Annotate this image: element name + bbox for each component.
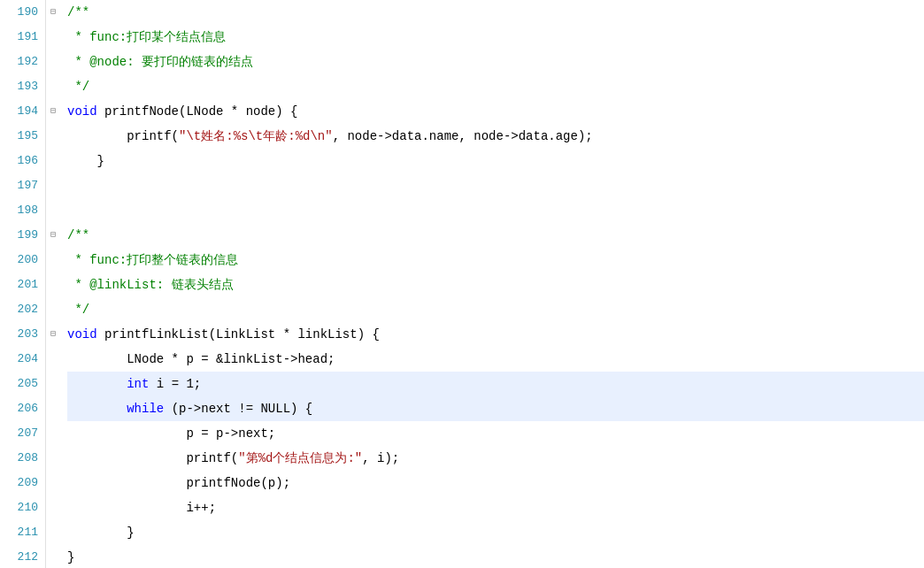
- line-number: 194: [4, 99, 38, 124]
- code-token: * func:打印整个链表的信息: [67, 253, 238, 267]
- line-number: 206: [4, 396, 38, 421]
- fold-marker: [46, 545, 60, 568]
- fold-marker[interactable]: ⊟: [46, 223, 60, 248]
- line-number: 212: [4, 545, 38, 568]
- line-number: 195: [4, 124, 38, 149]
- code-token: printfLinkList(LinkList * linkList) {: [97, 327, 380, 342]
- fold-marker[interactable]: ⊟: [46, 322, 60, 347]
- code-line: * func:打印某个结点信息: [67, 25, 924, 50]
- code-token: [67, 402, 127, 416]
- fold-marker: [46, 396, 60, 421]
- line-number-gutter: 1901911921931941951961971981992002012022…: [0, 0, 46, 568]
- fold-marker: [46, 297, 60, 322]
- code-token: printf(: [67, 129, 179, 143]
- code-token: * @node: 要打印的链表的结点: [67, 55, 253, 69]
- code-token: /**: [67, 5, 89, 19]
- fold-marker: [46, 495, 60, 520]
- code-line: * @linkList: 链表头结点: [67, 272, 924, 297]
- line-number: 196: [4, 149, 38, 173]
- line-number: 203: [4, 322, 38, 347]
- code-token: printf(: [67, 451, 238, 465]
- code-line: p = p->next;: [67, 421, 924, 446]
- fold-marker: [46, 149, 60, 173]
- code-line: int i = 1;: [67, 372, 924, 396]
- code-line: printfNode(p);: [67, 471, 924, 495]
- line-number: 191: [4, 25, 38, 50]
- code-line: while (p->next != NULL) {: [67, 396, 924, 421]
- fold-marker: [46, 446, 60, 471]
- code-token: /**: [67, 228, 89, 242]
- line-number: 192: [4, 50, 38, 74]
- code-line: printf("\t姓名:%s\t年龄:%d\n", node->data.na…: [67, 124, 924, 149]
- code-content: /** * func:打印某个结点信息 * @node: 要打印的链表的结点 *…: [60, 0, 924, 568]
- line-number: 200: [4, 248, 38, 272]
- code-token: }: [67, 526, 135, 540]
- code-token: p = p->next;: [67, 426, 275, 441]
- code-token: , node->data.name, node->data.age);: [333, 129, 593, 143]
- code-token: , i);: [362, 451, 399, 465]
- code-editor: 1901911921931941951961971981992002012022…: [0, 0, 924, 568]
- fold-marker[interactable]: ⊟: [46, 99, 60, 124]
- code-token: */: [67, 80, 89, 94]
- fold-marker: [46, 471, 60, 495]
- code-token: LNode * p = &linkList->head;: [67, 352, 335, 366]
- line-number: 204: [4, 347, 38, 372]
- code-token: printfNode(LNode * node) {: [97, 104, 298, 119]
- code-token: i++;: [67, 501, 216, 515]
- code-token: int: [127, 377, 149, 391]
- code-line: void printfNode(LNode * node) {: [67, 99, 924, 124]
- fold-marker: [46, 248, 60, 272]
- fold-marker: [46, 372, 60, 396]
- fold-marker: [46, 520, 60, 545]
- fold-gutter: ⊟⊟⊟⊟: [46, 0, 60, 568]
- fold-marker: [46, 272, 60, 297]
- code-token: }: [67, 154, 104, 168]
- code-line: printf("第%d个结点信息为:", i);: [67, 446, 924, 471]
- code-line: }: [67, 545, 924, 568]
- code-line: i++;: [67, 495, 924, 520]
- line-number: 198: [4, 198, 38, 223]
- line-number: 201: [4, 272, 38, 297]
- fold-marker: [46, 74, 60, 99]
- fold-marker[interactable]: ⊟: [46, 0, 60, 25]
- fold-marker: [46, 421, 60, 446]
- fold-marker: [46, 347, 60, 372]
- line-number: 205: [4, 372, 38, 396]
- code-token: * func:打印某个结点信息: [67, 30, 226, 44]
- code-line: }: [67, 149, 924, 173]
- code-token: "第%d个结点信息为:": [238, 451, 362, 465]
- fold-marker: [46, 124, 60, 149]
- fold-marker: [46, 25, 60, 50]
- code-token: * @linkList: 链表头结点: [67, 278, 234, 292]
- line-number: 209: [4, 471, 38, 495]
- line-number: 210: [4, 495, 38, 520]
- code-token: */: [67, 303, 89, 317]
- code-token: printfNode(p);: [67, 476, 290, 490]
- code-token: "\t姓名:%s\t年龄:%d\n": [179, 129, 333, 143]
- code-token: (p->next != NULL) {: [164, 402, 312, 416]
- fold-marker: [46, 173, 60, 198]
- code-line: */: [67, 297, 924, 322]
- line-number: 193: [4, 74, 38, 99]
- code-line: void printfLinkList(LinkList * linkList)…: [67, 322, 924, 347]
- fold-marker: [46, 50, 60, 74]
- line-number: 202: [4, 297, 38, 322]
- line-number: 197: [4, 173, 38, 198]
- code-line: /**: [67, 223, 924, 248]
- code-line: /**: [67, 0, 924, 25]
- code-token: i = 1;: [149, 377, 201, 391]
- line-number: 207: [4, 421, 38, 446]
- code-token: [67, 377, 127, 391]
- code-line: LNode * p = &linkList->head;: [67, 347, 924, 372]
- line-number: 208: [4, 446, 38, 471]
- fold-marker: [46, 198, 60, 223]
- code-token: void: [67, 104, 97, 119]
- code-line: */: [67, 74, 924, 99]
- line-number: 190: [4, 0, 38, 25]
- line-number: 199: [4, 223, 38, 248]
- code-line: [67, 198, 924, 223]
- code-line: }: [67, 520, 924, 545]
- code-line: [67, 173, 924, 198]
- line-number: 211: [4, 520, 38, 545]
- code-token: while: [127, 402, 164, 416]
